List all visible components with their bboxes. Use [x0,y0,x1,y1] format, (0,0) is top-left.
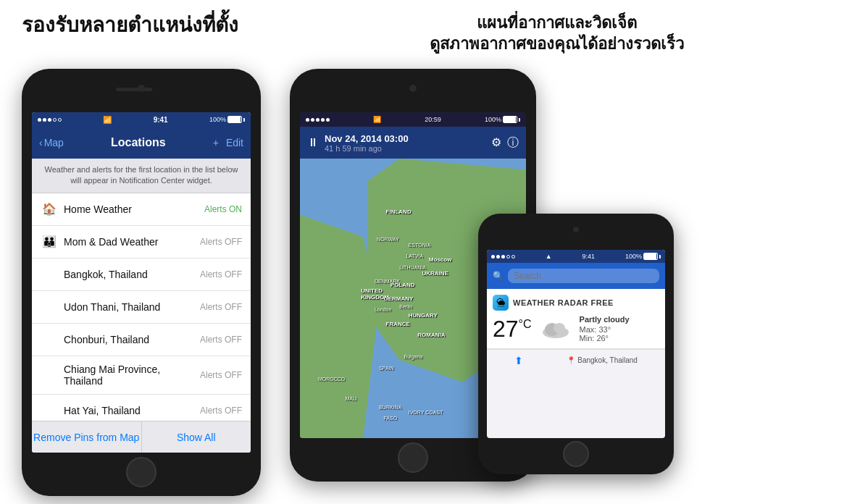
map-label-faso: FASO [383,416,397,421]
battery-small: 100% [625,253,661,260]
map-label-latvia: LATVIA [406,253,424,259]
map-label-ukraine: UKRAINE [422,270,448,277]
map-label-france: FRANCE [386,321,410,327]
chevron-left-icon: ‹ [39,137,43,148]
nav-title: Locations [111,136,166,149]
show-all-button[interactable]: Show All [142,421,251,453]
nav-bar-left: ‹ Map Locations + Edit [32,127,251,159]
map-label-estonia: ESTONIA [409,243,431,248]
map-label-ivory: IVORY COAST [409,410,443,415]
left-phone-screen: 📶 9:41 100% ‹ Map Locations + Edit Weath… [32,112,251,453]
signal-dots-r [306,118,330,122]
list-item[interactable]: 👪 Mom & Dad Weather Alerts OFF [32,226,251,259]
map-date-info: Nov 24, 2014 03:00 41 h 59 min ago [325,133,485,153]
map-label-moscow: Moscow [429,256,452,263]
cloud-icon [538,318,574,340]
share-icon[interactable]: ⬆ [514,355,523,366]
home-icon: 🏠 [41,201,58,218]
wifi-icon-left: 📶 [103,116,112,124]
back-button[interactable]: ‹ Map [39,137,64,148]
map-label-morocco: MOROCCO [318,377,345,382]
battery-right: 100% [485,116,520,123]
home-button-left[interactable] [126,457,156,487]
map-label-bulgaria: Bulgaria [404,354,423,359]
time-small: 9:41 [582,253,596,260]
time-right: 20:59 [425,116,441,123]
info-button[interactable]: ⓘ [507,135,519,151]
list-item[interactable]: Chonburi, Thailand Alerts OFF [32,324,251,356]
map-toolbar-icons: ⚙ ⓘ [491,135,519,151]
search-input[interactable] [508,269,659,283]
remove-pins-button[interactable]: Remove Pins from Map [32,421,142,453]
map-label-lithuania: LITHUANIA [399,265,426,270]
speaker-left [116,88,152,91]
nav-right-buttons: + Edit [213,137,243,148]
time-left: 9:41 [154,116,168,124]
map-label-norway: NORWAY [377,237,399,242]
place-icon [41,366,58,384]
weather-widget: 🌦 WEATHER RADAR FREE 27°C Partl [487,289,665,349]
signal-dots [38,118,62,122]
wifi-icon-r: 📶 [373,116,381,123]
location-label: 📍 Bangkok, Thailand [567,356,638,364]
map-label-romania: ROMANIA [417,332,445,338]
camera-right-large [409,85,417,92]
map-label-berlin: Berlin [399,304,412,309]
map-status-bar: 📶 20:59 100% [300,112,526,127]
map-label-london: London [375,307,391,312]
widget-icon: 🌦 [493,295,509,311]
map-label-poland: POLAND [390,282,415,288]
gear-button[interactable]: ⚙ [491,135,501,151]
search-icon: 🔍 [493,271,504,281]
map-label-hungary: HUNGARY [409,312,438,319]
locations-list: 🏠 Home Weather Alerts ON 👪 Mom & Dad Wea… [32,193,251,453]
bottom-bar: Remove Pins from Map Show All [32,421,251,453]
place-icon [41,266,58,283]
search-bar: 🔍 [487,263,665,289]
status-bar-left: 📶 9:41 100% [32,112,251,127]
list-item[interactable]: Udon Thani, Thailand Alerts OFF [32,291,251,324]
temperature-display: 27°C [493,317,532,340]
widget-title: WEATHER RADAR FREE [513,298,614,307]
add-button[interactable]: + [213,137,219,148]
list-item[interactable]: Chiang Mai Province, Thailand Alerts OFF [32,356,251,395]
weather-info: Partly cloudy Max: 33° Min: 26° [580,315,630,343]
wifi-icon-small: ▲ [546,253,552,260]
map-label-mali: MALI [345,396,356,401]
list-item[interactable]: Bangkok, Thailand Alerts OFF [32,259,251,291]
place-icon [41,298,58,316]
header-left: รองรับหลายตำแหน่งที่ตั้ง [22,13,261,38]
header-right: แผนที่อากาศและวิดเจ็ต ดูสภาพอากาศของคุณไ… [283,13,830,54]
home-button-right-large[interactable] [398,442,428,473]
right-phone-small: ▲ 9:41 100% 🔍 🌦 WEATHER RADA [478,214,674,474]
small-screen: ▲ 9:41 100% 🔍 🌦 WEATHER RADA [487,250,665,438]
svg-point-2 [554,323,565,333]
place-icon [41,331,58,348]
map-label-finland: FINLAND [386,209,412,215]
camera-small [573,227,579,232]
map-toolbar: ⏸ Nov 24, 2014 03:00 41 h 59 min ago ⚙ ⓘ [300,127,526,159]
home-button-small[interactable] [563,441,589,467]
battery-left: 100% [209,116,245,123]
left-phone: 📶 9:41 100% ‹ Map Locations + Edit Weath… [22,69,261,496]
locations-header-text: Weather and alerts for the first locatio… [32,159,251,193]
map-label-spain: SPAIN [379,366,394,371]
edit-button[interactable]: Edit [226,137,243,148]
family-icon: 👪 [41,233,58,251]
list-item[interactable]: 🏠 Home Weather Alerts ON [32,193,251,226]
small-status-bar: ▲ 9:41 100% [487,250,665,263]
pause-button[interactable]: ⏸ [307,136,319,149]
map-label-germany: GERMANY [383,295,413,302]
widget-footer: ⬆ 📍 Bangkok, Thailand [487,349,665,371]
signal-dots-small [491,255,515,259]
place-icon [41,402,58,419]
map-label-burkina: BURKINA [379,405,401,410]
widget-content: 27°C Partly cloudy Max: 33° Min: 26° [493,315,659,343]
pin-icon: 📍 [567,356,575,364]
widget-header: 🌦 WEATHER RADAR FREE [493,295,659,311]
right-area: 📶 20:59 100% ⏸ Nov 24, 2014 03:00 41 h 5… [290,69,838,496]
